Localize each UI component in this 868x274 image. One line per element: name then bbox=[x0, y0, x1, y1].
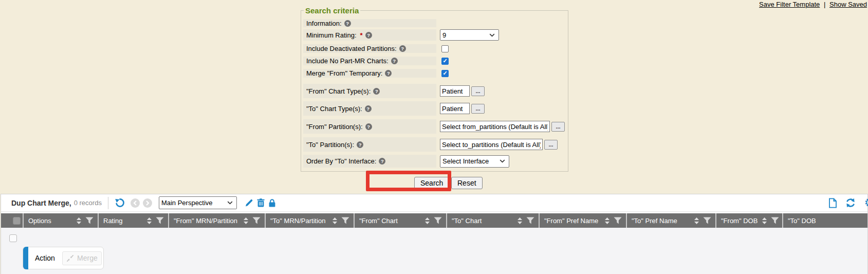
from-partitions-row: "From" Partition(s): ... bbox=[303, 119, 565, 134]
minimum-rating-select[interactable]: 9 bbox=[440, 29, 499, 41]
sort-icon[interactable] bbox=[517, 217, 523, 224]
column-header-from-chart[interactable]: "From" Chart bbox=[355, 213, 446, 228]
column-label: "From" Chart bbox=[359, 217, 398, 225]
column-label: "To" Pref Name bbox=[632, 217, 677, 225]
column-label: "To" DOB bbox=[788, 217, 816, 225]
help-icon[interactable] bbox=[373, 88, 380, 95]
toolbar-divider bbox=[108, 197, 108, 209]
sort-icon[interactable] bbox=[243, 217, 249, 224]
column-header-rating[interactable]: Rating bbox=[99, 213, 168, 228]
order-by-to-interface-label-cell: Order By "To" Interface: bbox=[303, 155, 436, 168]
to-chart-types-input[interactable] bbox=[440, 103, 470, 114]
sort-icon[interactable] bbox=[332, 217, 338, 224]
column-label: "From" MRN/Partition bbox=[174, 217, 237, 225]
filter-icon[interactable] bbox=[252, 217, 261, 224]
filter-icon[interactable] bbox=[85, 217, 94, 224]
order-by-to-interface-select[interactable]: Select Interface bbox=[440, 155, 509, 168]
select-all-header-cell bbox=[1, 213, 23, 228]
sort-icon[interactable] bbox=[76, 217, 82, 224]
perspective-select[interactable]: Main Perspective bbox=[159, 196, 237, 209]
sort-icon[interactable] bbox=[424, 217, 430, 224]
filter-icon[interactable] bbox=[614, 217, 622, 224]
to-chart-types-row: "To" Chart Type(s): ... bbox=[303, 101, 565, 116]
help-icon[interactable] bbox=[365, 32, 372, 39]
information-label: Information: bbox=[306, 20, 342, 27]
sort-icon[interactable] bbox=[762, 217, 767, 224]
gear-settings-icon[interactable]: ⚙ bbox=[864, 197, 868, 209]
search-criteria-legend: Search criteria bbox=[304, 6, 360, 15]
column-header-options[interactable]: Options bbox=[24, 213, 98, 228]
minimum-rating-label: Minimum Rating: bbox=[306, 31, 357, 39]
to-chart-types-picker-button[interactable]: ... bbox=[471, 104, 485, 114]
save-filter-template-link[interactable]: Save Filter Template bbox=[759, 1, 820, 8]
column-header-from-dob[interactable]: "From" DOB bbox=[716, 213, 782, 228]
refresh-grid-icon[interactable] bbox=[845, 198, 856, 208]
help-icon[interactable] bbox=[365, 105, 372, 112]
grid-toolbar: Dup Chart Merge, 0 records Main Perspect… bbox=[1, 194, 867, 212]
help-icon[interactable] bbox=[379, 158, 385, 165]
filter-icon[interactable] bbox=[434, 217, 442, 224]
sort-icon[interactable] bbox=[604, 217, 610, 224]
from-partitions-picker-button[interactable]: ... bbox=[551, 122, 565, 132]
help-icon[interactable] bbox=[344, 20, 351, 27]
results-grid: Dup Chart Merge, 0 records Main Perspect… bbox=[1, 194, 868, 274]
merge-button[interactable]: Merge bbox=[62, 251, 102, 265]
select-all-checkbox[interactable] bbox=[13, 217, 21, 225]
reset-button[interactable]: Reset bbox=[451, 177, 483, 189]
order-by-to-interface-label: Order By "To" Interface: bbox=[306, 157, 376, 165]
new-document-icon[interactable] bbox=[828, 198, 837, 208]
include-deactivated-partitions-label: Include Deactivated Partitions: bbox=[306, 45, 397, 52]
merge-from-temporary-label-cell: Merge "From" Temporary: bbox=[303, 69, 436, 78]
delete-perspective-trash-icon[interactable] bbox=[257, 198, 265, 207]
search-button[interactable]: Search bbox=[414, 177, 449, 189]
edit-perspective-pencil-icon[interactable] bbox=[245, 198, 253, 207]
help-icon[interactable] bbox=[385, 70, 392, 77]
row-checkbox[interactable] bbox=[9, 234, 17, 242]
filter-icon[interactable] bbox=[341, 217, 349, 224]
previous-page-icon[interactable] bbox=[131, 198, 140, 208]
column-header-to-chart[interactable]: "To" Chart bbox=[447, 213, 539, 228]
column-label: "To" Chart bbox=[452, 217, 482, 225]
help-icon[interactable] bbox=[357, 141, 363, 148]
action-panel-label: Action bbox=[35, 254, 55, 262]
to-partitions-input[interactable] bbox=[440, 139, 543, 150]
from-chart-types-input[interactable] bbox=[440, 85, 470, 97]
column-header-from-pref-name[interactable]: "From" Pref Name bbox=[540, 213, 626, 228]
next-page-icon[interactable] bbox=[143, 198, 152, 208]
show-saved-link[interactable]: Show Saved bbox=[829, 1, 867, 8]
from-chart-types-picker-button[interactable]: ... bbox=[471, 86, 485, 96]
from-chart-types-label: "From" Chart Type(s): bbox=[306, 87, 371, 95]
from-partitions-input[interactable] bbox=[440, 121, 550, 132]
include-no-part-mr-charts-checkbox[interactable] bbox=[441, 58, 449, 65]
column-label: Rating bbox=[103, 217, 123, 225]
filter-icon[interactable] bbox=[156, 217, 164, 224]
include-no-part-mr-charts-label: Include No Part-MR Charts: bbox=[306, 57, 389, 65]
required-asterisk: * bbox=[360, 31, 363, 39]
to-partitions-picker-button[interactable]: ... bbox=[544, 140, 558, 150]
merge-from-temporary-checkbox[interactable] bbox=[441, 70, 449, 77]
help-icon[interactable] bbox=[391, 58, 398, 64]
help-icon[interactable] bbox=[365, 123, 372, 130]
minimum-rating-row: Minimum Rating: * 9 bbox=[303, 29, 565, 41]
lock-perspective-icon[interactable] bbox=[268, 198, 276, 208]
minimum-rating-value: 9 bbox=[442, 31, 446, 39]
include-deactivated-partitions-checkbox[interactable] bbox=[441, 45, 449, 52]
include-deactivated-partitions-label-cell: Include Deactivated Partitions: bbox=[303, 44, 436, 53]
merge-button-label: Merge bbox=[77, 254, 98, 262]
help-icon[interactable] bbox=[399, 45, 406, 52]
undo-refresh-icon[interactable] bbox=[115, 197, 125, 208]
filter-icon[interactable] bbox=[771, 217, 779, 224]
chevron-down-icon bbox=[489, 33, 495, 37]
column-header-to-pref-name[interactable]: "To" Pref Name bbox=[627, 213, 715, 228]
chevron-down-icon bbox=[500, 159, 505, 163]
grid-header-row: Options Rating "From" MRN/Partition bbox=[1, 213, 867, 228]
sort-icon[interactable] bbox=[694, 217, 699, 224]
include-deactivated-partitions-row: Include Deactivated Partitions: bbox=[303, 44, 565, 53]
sort-icon[interactable] bbox=[146, 217, 152, 224]
chevron-down-icon bbox=[227, 201, 233, 205]
filter-icon[interactable] bbox=[526, 217, 534, 224]
column-header-from-mrn-partition[interactable]: "From" MRN/Partition bbox=[169, 213, 265, 228]
column-header-to-mrn-partition[interactable]: "To" MRN/Partition bbox=[266, 213, 354, 228]
filter-icon[interactable] bbox=[703, 217, 711, 224]
column-header-to-dob[interactable]: "To" DOB bbox=[783, 213, 867, 228]
